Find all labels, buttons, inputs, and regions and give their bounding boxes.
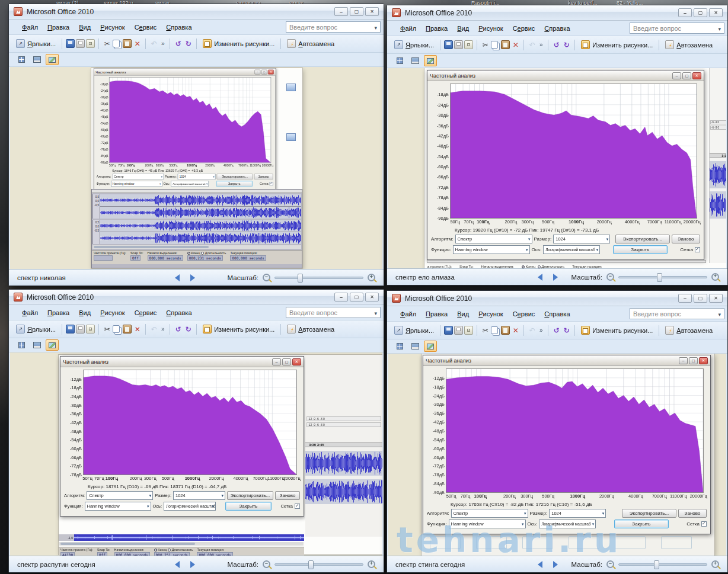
paste-icon[interactable]: [501, 326, 510, 335]
menu-view[interactable]: Вид: [452, 309, 474, 319]
menu-picture[interactable]: Рисунок: [95, 307, 130, 318]
question-input[interactable]: Введите вопрос: [286, 307, 381, 318]
zoom-slider-thumb[interactable]: [298, 274, 303, 283]
paste-icon[interactable]: [123, 39, 132, 48]
chevron-down-icon[interactable]: [718, 310, 721, 318]
close-button[interactable]: [709, 294, 723, 303]
zoom-slider-thumb[interactable]: [657, 273, 662, 282]
send-picture-icon[interactable]: [464, 326, 473, 335]
menu-picture[interactable]: Рисунок: [474, 309, 508, 319]
zoom-slider-thumb[interactable]: [308, 560, 314, 569]
zoom-in-icon[interactable]: [368, 560, 375, 568]
menu-help[interactable]: Справка: [539, 23, 574, 34]
toolbar-overflow-icon[interactable]: [538, 326, 544, 335]
print-icon[interactable]: [76, 39, 85, 48]
zoom-slider[interactable]: [274, 563, 363, 566]
rotate-right-icon[interactable]: [184, 39, 193, 48]
autocorrect-button[interactable]: Автозамена: [285, 37, 337, 50]
delete-icon[interactable]: [511, 40, 520, 49]
menu-view[interactable]: Вид: [452, 23, 474, 34]
chevron-down-icon[interactable]: [374, 24, 377, 31]
cut-icon[interactable]: [103, 39, 111, 48]
zoom-out-icon[interactable]: [606, 273, 614, 281]
shortcuts-button[interactable]: Ярлыки...: [14, 37, 58, 50]
shortcuts-button[interactable]: Ярлыки...: [14, 323, 58, 335]
cut-icon[interactable]: [103, 325, 111, 334]
save-icon[interactable]: [66, 39, 75, 48]
menu-tools[interactable]: Сервис: [508, 309, 540, 319]
undo-icon[interactable]: [149, 39, 158, 48]
cut-icon[interactable]: [481, 326, 490, 335]
print-icon[interactable]: [454, 326, 463, 335]
toolbar-overflow-icon[interactable]: [538, 40, 544, 49]
paste-icon[interactable]: [501, 40, 510, 49]
minimize-button[interactable]: [334, 7, 348, 16]
cut-icon[interactable]: [481, 40, 490, 49]
print-icon[interactable]: [76, 325, 85, 334]
menu-file[interactable]: Файл: [395, 23, 421, 34]
menu-view[interactable]: Вид: [74, 22, 95, 33]
zoom-out-icon[interactable]: [263, 274, 270, 281]
edit-pictures-button[interactable]: Изменить рисунки...: [579, 39, 655, 51]
filmstrip-view-button[interactable]: [30, 54, 43, 65]
menu-picture[interactable]: Рисунок: [95, 22, 130, 33]
next-picture-button[interactable]: [553, 561, 558, 568]
menu-edit[interactable]: Правка: [421, 23, 452, 34]
rotate-right-icon[interactable]: [184, 325, 193, 334]
delete-icon[interactable]: [133, 325, 142, 334]
delete-icon[interactable]: [133, 39, 142, 48]
zoom-in-icon[interactable]: [711, 560, 719, 568]
question-input[interactable]: Введите вопрос: [630, 23, 724, 34]
send-picture-icon[interactable]: [464, 40, 473, 49]
minimize-button[interactable]: [678, 294, 692, 303]
edit-pictures-button[interactable]: Изменить рисунки...: [200, 323, 277, 335]
send-picture-icon[interactable]: [86, 39, 95, 48]
rotate-left-icon[interactable]: [174, 39, 183, 48]
previous-picture-button[interactable]: [175, 274, 180, 281]
single-picture-view-button[interactable]: [46, 54, 59, 65]
next-picture-button[interactable]: [553, 274, 558, 281]
menu-file[interactable]: Файл: [17, 307, 43, 318]
edit-pictures-button[interactable]: Изменить рисунки...: [579, 324, 655, 336]
send-picture-icon[interactable]: [86, 325, 95, 334]
rotate-left-icon[interactable]: [552, 326, 561, 335]
question-input[interactable]: Введите вопрос: [630, 308, 724, 319]
zoom-in-icon[interactable]: [711, 273, 719, 281]
filmstrip-view-button[interactable]: [30, 339, 43, 351]
maximize-button[interactable]: [694, 8, 707, 17]
single-picture-view-button[interactable]: [46, 339, 59, 351]
filmstrip-view-button[interactable]: [408, 341, 422, 352]
menu-edit[interactable]: Правка: [43, 22, 74, 33]
shortcuts-button[interactable]: Ярлыки...: [392, 324, 436, 336]
question-input[interactable]: Введите вопрос: [286, 21, 381, 33]
maximize-button[interactable]: [350, 293, 363, 302]
undo-icon[interactable]: [528, 40, 537, 49]
close-button[interactable]: [365, 293, 379, 302]
single-picture-view-button[interactable]: [424, 55, 437, 66]
close-button[interactable]: [709, 8, 723, 17]
print-icon[interactable]: [454, 40, 463, 49]
menu-tools[interactable]: Сервис: [130, 22, 162, 33]
minimize-button[interactable]: [678, 8, 692, 17]
autocorrect-button[interactable]: Автозамена: [663, 324, 715, 336]
thumbnail-view-button[interactable]: [15, 339, 28, 351]
menu-file[interactable]: Файл: [17, 22, 43, 33]
toolbar-overflow-icon[interactable]: [159, 39, 166, 48]
menu-view[interactable]: Вид: [74, 307, 95, 318]
menu-tools[interactable]: Сервис: [508, 23, 540, 34]
autocorrect-button[interactable]: Автозамена: [663, 39, 715, 51]
menu-help[interactable]: Справка: [161, 307, 196, 318]
filmstrip-view-button[interactable]: [408, 55, 422, 66]
zoom-slider-thumb[interactable]: [654, 560, 659, 569]
menu-help[interactable]: Справка: [161, 22, 196, 33]
previous-picture-button[interactable]: [538, 561, 542, 568]
edit-pictures-button[interactable]: Изменить рисунки...: [200, 37, 277, 50]
copy-icon[interactable]: [113, 40, 120, 47]
delete-icon[interactable]: [511, 326, 520, 335]
zoom-out-icon[interactable]: [606, 560, 614, 568]
close-button[interactable]: [365, 7, 379, 16]
menu-tools[interactable]: Сервис: [130, 307, 162, 318]
shortcuts-button[interactable]: Ярлыки...: [392, 39, 436, 51]
maximize-button[interactable]: [350, 7, 363, 16]
minimize-button[interactable]: [334, 293, 348, 302]
